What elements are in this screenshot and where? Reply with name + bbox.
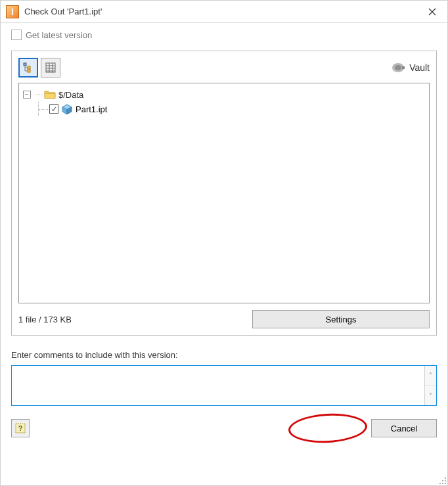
close-button[interactable] (417, 1, 447, 22)
vault-icon (391, 62, 405, 74)
folder-icon (44, 90, 56, 99)
tree-root-label: $/Data (58, 90, 83, 100)
get-latest-checkbox[interactable] (11, 30, 22, 40)
svg-text:?: ? (18, 424, 23, 432)
window-title: Check Out 'Part1.ipt' (24, 7, 417, 16)
tree-view-icon (22, 62, 34, 74)
svg-rect-3 (28, 66, 30, 69)
file-count-text: 1 file / 173 KB (18, 315, 252, 324)
dialog-footer: ? Cancel (11, 419, 437, 437)
inventor-icon: I (6, 5, 19, 18)
checkout-dialog: I Check Out 'Part1.ipt' Get latest versi… (0, 0, 448, 486)
ok-button-placeholder[interactable] (299, 419, 365, 437)
help-icon: ? (14, 422, 26, 434)
dialog-content: Get latest version (1, 23, 447, 485)
svg-rect-4 (28, 70, 30, 72)
get-latest-row: Get latest version (11, 30, 437, 40)
tree-item-row[interactable]: ✓ Part1.ipt (35, 102, 425, 116)
svg-rect-16 (402, 66, 405, 69)
get-latest-label: Get latest version (26, 30, 92, 40)
scroll-down-icon[interactable]: ˅ (425, 386, 436, 406)
comments-textarea[interactable] (12, 366, 424, 405)
annotation-ellipse (288, 412, 368, 445)
comments-box: ˄ ˅ (11, 365, 437, 406)
list-view-button[interactable] (41, 58, 60, 77)
comments-scroll: ˄ ˅ (424, 366, 436, 405)
resize-grip[interactable] (439, 477, 447, 485)
cancel-button[interactable]: Cancel (371, 419, 437, 437)
vault-indicator[interactable]: Vault (391, 62, 430, 74)
tree-item-label: Part1.ipt (76, 104, 107, 114)
file-panel: Vault − $/Data ✓ (11, 51, 437, 336)
close-icon (428, 8, 436, 16)
svg-rect-2 (24, 63, 26, 66)
tree-root-row[interactable]: − $/Data (23, 87, 425, 102)
vault-label: Vault (409, 62, 430, 73)
list-view-icon (45, 62, 56, 74)
help-button[interactable]: ? (11, 419, 30, 437)
view-toolbar: Vault (18, 58, 430, 77)
svg-point-15 (395, 65, 401, 70)
tree-view-button[interactable] (18, 58, 38, 77)
collapse-icon[interactable]: − (23, 91, 31, 99)
settings-button[interactable]: Settings (252, 310, 430, 328)
file-tree[interactable]: − $/Data ✓ (18, 83, 430, 303)
status-row: 1 file / 173 KB Settings (18, 310, 430, 328)
tree-item-checkbox[interactable]: ✓ (49, 104, 58, 114)
comments-label: Enter comments to include with this vers… (11, 350, 437, 360)
scroll-up-icon[interactable]: ˄ (425, 366, 436, 386)
part-icon (61, 103, 73, 115)
titlebar: I Check Out 'Part1.ipt' (1, 1, 447, 23)
